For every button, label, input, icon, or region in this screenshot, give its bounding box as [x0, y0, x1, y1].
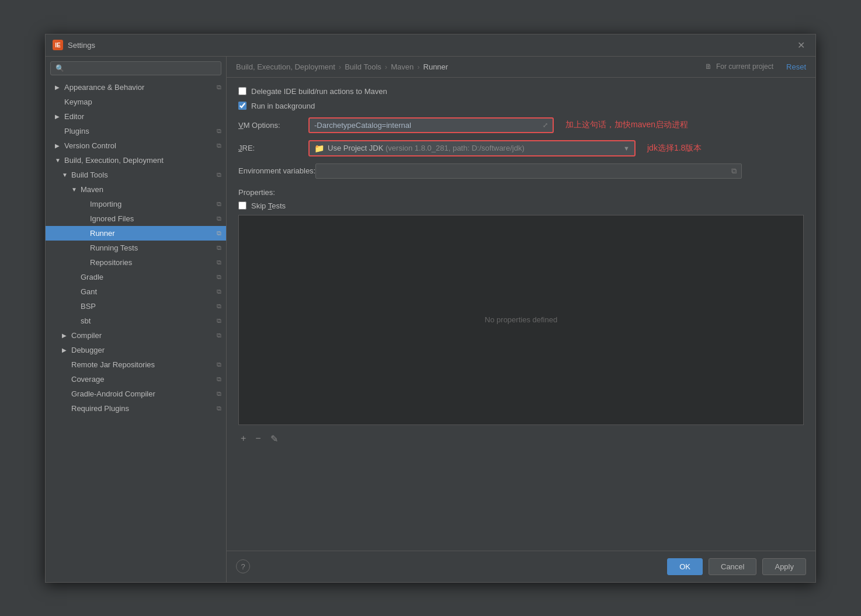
chevron-right-icon: ▶ [55, 84, 62, 91]
sidebar-item-label: BSP [81, 302, 96, 311]
sidebar-item-label: sbt [81, 316, 91, 325]
settings-dialog: IE Settings ✕ 🔍 ▶ Appearance & Behavior … [45, 34, 816, 583]
properties-section: Properties: Skip Tests No properties def… [238, 188, 804, 448]
jre-value: Use Project JDK (version 1.8.0_281, path… [328, 144, 620, 152]
sidebar-item-label: Keymap [64, 98, 92, 106]
apply-button[interactable]: Apply [762, 558, 806, 575]
delegate-checkbox[interactable] [238, 87, 247, 95]
sidebar-item-label: Maven [81, 185, 103, 194]
sidebar-item-ignored-files[interactable]: Ignored Files ⧉ [46, 211, 226, 226]
sidebar-item-sbt[interactable]: sbt ⧉ [46, 314, 226, 328]
vm-options-label: VM Options: [238, 121, 308, 130]
sidebar-item-label: Build Tools [71, 170, 108, 179]
breadcrumb-part2: Build Tools [345, 62, 381, 71]
search-box[interactable]: 🔍 [50, 61, 221, 75]
sidebar-item-appearance[interactable]: ▶ Appearance & Behavior ⧉ [46, 80, 226, 95]
sidebar-item-label: Editor [64, 112, 84, 121]
breadcrumb: Build, Execution, Deployment › Build Too… [227, 57, 815, 78]
remove-property-button[interactable]: − [253, 432, 263, 445]
sidebar-item-importing[interactable]: Importing ⧉ [46, 197, 226, 211]
env-input[interactable]: ⧉ [315, 163, 742, 179]
chevron-down-icon: ▼ [62, 172, 69, 178]
sidebar-item-gradle[interactable]: Gradle ⧉ [46, 270, 226, 284]
dropdown-arrow-icon[interactable]: ▼ [623, 145, 630, 152]
search-icon: 🔍 [55, 64, 64, 72]
copy-icon: ⧉ [217, 229, 221, 237]
breadcrumb-part4: Runner [423, 62, 449, 71]
cancel-button[interactable]: Cancel [709, 558, 756, 575]
app-icon: IE [53, 40, 63, 50]
sidebar-item-label: Appearance & Behavior [64, 83, 144, 92]
sidebar-item-label: Build, Execution, Deployment [64, 156, 164, 165]
sidebar-item-coverage[interactable]: Coverage ⧉ [46, 372, 226, 387]
sidebar-item-bsp[interactable]: BSP ⧉ [46, 299, 226, 314]
sidebar-item-build-tools[interactable]: ▼ Build Tools ⧉ [46, 168, 226, 182]
vm-options-row: VM Options: -DarchetypeCatalog=internal … [238, 117, 804, 133]
sidebar-item-repositories[interactable]: Repositories ⧉ [46, 255, 226, 270]
properties-label: Properties: [238, 188, 804, 197]
copy-icon: ⧉ [217, 244, 221, 252]
skip-tests-label[interactable]: Skip Tests [251, 201, 286, 210]
no-properties-area: No properties defined [238, 215, 804, 425]
project-label: 🗎 For current project [705, 62, 773, 71]
expand-icon[interactable]: ⤢ [543, 121, 548, 129]
sidebar: 🔍 ▶ Appearance & Behavior ⧉ Keymap ▶ Edi… [46, 57, 227, 582]
sidebar-item-build-exec-deploy[interactable]: ▼ Build, Execution, Deployment [46, 153, 226, 168]
chevron-down-icon: ▼ [55, 157, 62, 163]
edit-property-button[interactable]: ✎ [268, 432, 280, 446]
no-properties-text: No properties defined [485, 315, 557, 324]
copy-icon: ⧉ [217, 83, 221, 91]
properties-toolbar: + − ✎ [238, 430, 804, 448]
skip-tests-checkbox[interactable] [238, 201, 247, 210]
sidebar-item-label: Runner [90, 229, 115, 238]
copy-icon: ⧉ [217, 302, 221, 310]
copy-icon: ⧉ [217, 288, 221, 295]
sidebar-item-remote-jar[interactable]: Remote Jar Repositories ⧉ [46, 357, 226, 372]
sidebar-item-label: Repositories [90, 258, 132, 267]
sidebar-item-label: Gant [81, 287, 97, 296]
delegate-label[interactable]: Delegate IDE build/run actions to Maven [251, 87, 387, 96]
copy-icon: ⧉ [217, 215, 221, 222]
sidebar-item-label: Compiler [71, 331, 102, 340]
sidebar-item-gant[interactable]: Gant ⧉ [46, 284, 226, 299]
vm-options-input[interactable]: -DarchetypeCatalog=internal ⤢ [308, 117, 554, 133]
jre-select[interactable]: 📁 Use Project JDK (version 1.8.0_281, pa… [308, 140, 636, 156]
copy-icon: ⧉ [217, 200, 221, 208]
sidebar-item-plugins[interactable]: Plugins ⧉ [46, 124, 226, 138]
jre-annotation: jdk选择1.8版本 [647, 143, 702, 154]
close-button[interactable]: ✕ [794, 39, 808, 52]
help-button[interactable]: ? [236, 559, 250, 573]
sidebar-item-editor[interactable]: ▶ Editor [46, 109, 226, 124]
sidebar-item-keymap[interactable]: Keymap [46, 95, 226, 109]
env-label: Environment variables: [238, 166, 315, 175]
sidebar-item-label: Plugins [64, 127, 89, 135]
sidebar-item-maven[interactable]: ▼ Maven [46, 182, 226, 197]
bottom-bar: ? OK Cancel Apply [227, 551, 815, 582]
reset-button[interactable]: Reset [786, 62, 806, 71]
sidebar-item-debugger[interactable]: ▶ Debugger [46, 343, 226, 357]
sidebar-item-version-control[interactable]: ▶ Version Control ⧉ [46, 138, 226, 153]
delegate-row: Delegate IDE build/run actions to Maven [238, 87, 804, 96]
sidebar-item-compiler[interactable]: ▶ Compiler ⧉ [46, 328, 226, 343]
jre-row: JRE: 📁 Use Project JDK (version 1.8.0_28… [238, 140, 804, 156]
add-property-button[interactable]: + [238, 432, 248, 445]
sidebar-item-label: Version Control [64, 141, 116, 150]
sidebar-item-required-plugins[interactable]: Required Plugins ⧉ [46, 401, 226, 416]
search-input[interactable] [67, 64, 216, 72]
sidebar-item-label: Remote Jar Repositories [71, 360, 155, 369]
project-icon: 🗎 [705, 62, 712, 71]
sidebar-item-label: Debugger [71, 346, 105, 354]
sidebar-item-label: Required Plugins [71, 404, 129, 413]
titlebar: IE Settings ✕ [46, 34, 815, 57]
run-background-label[interactable]: Run in background [251, 102, 315, 110]
sidebar-item-label: Gradle-Android Compiler [71, 389, 155, 398]
chevron-right-icon: ▶ [55, 113, 62, 120]
run-background-checkbox[interactable] [238, 102, 247, 110]
chevron-right-icon: ▶ [62, 347, 69, 353]
copy-icon: ⧉ [217, 273, 221, 281]
chevron-right-icon: ▶ [62, 332, 69, 339]
sidebar-item-runner[interactable]: Runner ⧉ [46, 226, 226, 241]
sidebar-item-running-tests[interactable]: Running Tests ⧉ [46, 241, 226, 255]
ok-button[interactable]: OK [667, 558, 703, 575]
sidebar-item-gradle-android[interactable]: Gradle-Android Compiler ⧉ [46, 387, 226, 401]
